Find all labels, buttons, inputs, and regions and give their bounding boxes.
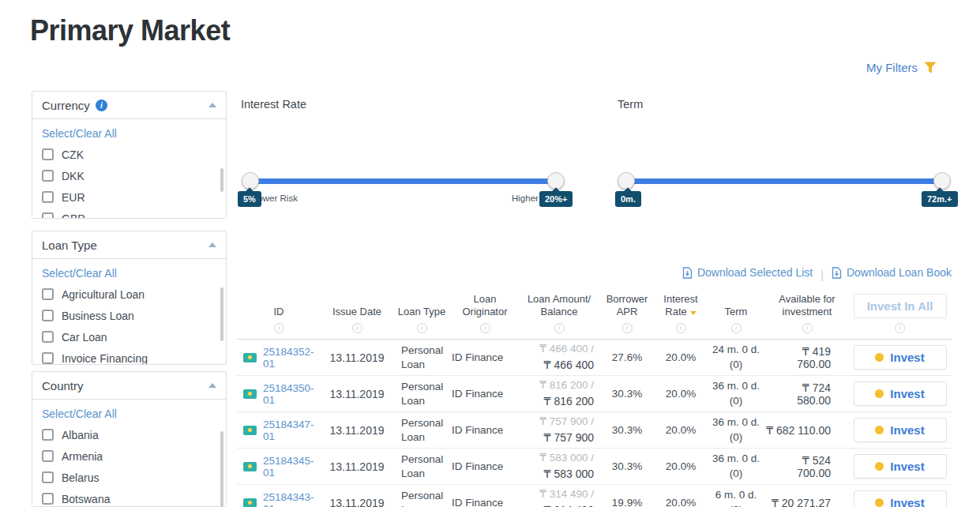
loan-type-panel-header[interactable]: Loan Type: [32, 231, 226, 259]
info-icon[interactable]: i: [352, 323, 362, 333]
currency-panel-body: Select/Clear All CZK DKK EUR GBP: [32, 119, 226, 219]
info-icon[interactable]: i: [802, 323, 813, 333]
column-header-amount[interactable]: Loan Amount/ Balance: [522, 293, 596, 319]
my-filters-link[interactable]: My Filters: [866, 61, 937, 74]
term-slider-track[interactable]: [626, 178, 942, 184]
scrollbar-thumb[interactable]: [220, 168, 223, 192]
primary-market-page: Primary Market My Filters Currency i Sel…: [0, 0, 980, 507]
currency-option-gbp[interactable]: GBP: [42, 208, 216, 219]
loan-amount-balance-cell: ₸ 314 490 /₸ 314 490: [520, 486, 599, 507]
loan-id-link[interactable]: 25184350-01: [263, 382, 321, 406]
checkbox-icon[interactable]: [42, 450, 54, 462]
available-for-investment-cell: ₸ 724 580.00: [766, 381, 848, 407]
loan-type-cell: Personal Loan: [393, 380, 450, 407]
checkbox-icon[interactable]: [42, 493, 54, 505]
invest-dot-icon: [875, 353, 884, 362]
info-icon[interactable]: i: [554, 323, 565, 333]
chevron-up-icon[interactable]: [208, 103, 216, 107]
column-header-interest-rate[interactable]: Interest Rate: [657, 293, 704, 319]
loan-amount-balance-cell: ₸ 757 900 /₸ 757 900: [520, 414, 599, 446]
currency-option-czk[interactable]: CZK: [42, 144, 216, 165]
chevron-up-icon[interactable]: [208, 383, 216, 388]
scrollbar-thumb[interactable]: [220, 287, 223, 341]
table-row: 25184343-01 13.11.2019 Personal Loan ID …: [237, 485, 952, 507]
loan-type-option-car[interactable]: Car Loan: [42, 326, 216, 347]
invest-button[interactable]: Invest: [854, 454, 947, 479]
checkbox-icon[interactable]: [42, 331, 54, 343]
country-option-armenia[interactable]: Armenia: [42, 445, 216, 467]
checkbox-icon[interactable]: [42, 191, 54, 203]
loan-originator-cell: ID Finance: [450, 351, 520, 363]
loan-table-body: 25184352-01 13.11.2019 Personal Loan ID …: [237, 340, 952, 507]
column-header-available[interactable]: Available for investment: [772, 293, 842, 319]
term-max-handle[interactable]: [933, 172, 951, 190]
term-cell: 36 m. 0 d.(0): [706, 415, 766, 444]
term-min-handle[interactable]: [618, 172, 635, 190]
currency-select-clear-all[interactable]: Select/Clear All: [42, 127, 117, 140]
loan-table-header: IDi Issue Datei Loan Typei Loan Originat…: [237, 289, 952, 340]
interest-rate-slider-track[interactable]: [250, 178, 556, 184]
country-option-botswana[interactable]: Botswana: [42, 488, 216, 507]
interest-rate-cell: 20.0%: [655, 424, 706, 436]
country-option-belarus[interactable]: Belarus: [42, 467, 216, 488]
download-loan-book-link[interactable]: Download Loan Book: [832, 266, 952, 279]
info-icon[interactable]: i: [622, 323, 633, 333]
loan-type-select-clear-all[interactable]: Select/Clear All: [42, 267, 117, 280]
country-option-albania[interactable]: Albania: [42, 424, 216, 445]
checkbox-icon[interactable]: [42, 471, 54, 483]
info-icon[interactable]: i: [480, 323, 490, 333]
currency-info-icon[interactable]: i: [96, 100, 107, 111]
loan-type-option-agricultural[interactable]: Agricultural Loan: [42, 284, 216, 305]
loan-id-link[interactable]: 25184343-01: [263, 491, 321, 507]
info-icon[interactable]: i: [274, 323, 284, 333]
country-select-clear-all[interactable]: Select/Clear All: [42, 407, 117, 420]
column-header-term[interactable]: Term: [725, 306, 748, 318]
checkbox-icon[interactable]: [42, 310, 54, 321]
term-max-badge: 72m.+: [922, 191, 958, 207]
checkbox-icon[interactable]: [42, 148, 54, 160]
invest-button[interactable]: Invest: [854, 418, 947, 442]
checkbox-icon[interactable]: [42, 352, 54, 364]
column-header-id[interactable]: ID: [274, 306, 284, 318]
sort-desc-icon[interactable]: [690, 311, 697, 315]
scrollbar-thumb[interactable]: [220, 431, 223, 507]
download-selected-list-link[interactable]: Download Selected List: [682, 266, 813, 279]
available-for-investment-cell: ₸ 20 271.27: [766, 497, 848, 507]
currency-option-dkk[interactable]: DKK: [42, 165, 216, 186]
chevron-up-icon[interactable]: [208, 242, 216, 247]
invest-button[interactable]: Invest: [854, 381, 947, 406]
loan-amount-balance-cell: ₸ 816 200 /₸ 816 200: [520, 377, 599, 410]
invest-button[interactable]: Invest: [854, 490, 947, 507]
loan-type-option-invoice[interactable]: Invoice Financing: [42, 347, 216, 365]
loan-id-link[interactable]: 25184352-01: [263, 346, 321, 370]
checkbox-icon[interactable]: [42, 212, 54, 219]
info-icon[interactable]: i: [417, 323, 427, 333]
borrower-apr-cell: 30.3%: [599, 424, 655, 436]
invest-button[interactable]: Invest: [854, 345, 947, 370]
table-row: 25184352-01 13.11.2019 Personal Loan ID …: [237, 340, 952, 376]
column-header-loan-type[interactable]: Loan Type: [398, 306, 445, 318]
invest-in-all-button[interactable]: Invest In All: [854, 294, 947, 318]
info-icon[interactable]: i: [676, 323, 686, 333]
checkbox-icon[interactable]: [42, 170, 54, 182]
checkbox-icon[interactable]: [42, 288, 54, 300]
info-icon[interactable]: i: [895, 323, 905, 333]
info-icon[interactable]: i: [731, 323, 742, 333]
currency-option-eur[interactable]: EUR: [42, 186, 216, 208]
interest-rate-min-handle[interactable]: [242, 172, 259, 190]
checkbox-icon[interactable]: [42, 429, 54, 441]
column-header-borrower-apr[interactable]: Borrower APR: [602, 293, 652, 319]
loan-type-option-business[interactable]: Business Loan: [42, 305, 216, 326]
loan-id-link[interactable]: 25184347-01: [263, 419, 321, 442]
my-filters-label: My Filters: [866, 61, 918, 74]
borrower-apr-cell: 27.6%: [599, 351, 655, 363]
table-row: 25184345-01 13.11.2019 Personal Loan ID …: [237, 449, 952, 485]
invest-dot-icon: [875, 426, 884, 434]
column-header-originator[interactable]: Loan Originator: [456, 293, 513, 319]
loan-id-link[interactable]: 25184345-01: [263, 455, 321, 479]
kazakhstan-flag-icon: [243, 462, 257, 471]
column-header-issue-date[interactable]: Issue Date: [332, 306, 381, 318]
currency-panel-header[interactable]: Currency i: [32, 92, 226, 119]
term-cell: 36 m. 0 d.(0): [706, 452, 766, 480]
country-panel-header[interactable]: Country: [32, 372, 226, 400]
